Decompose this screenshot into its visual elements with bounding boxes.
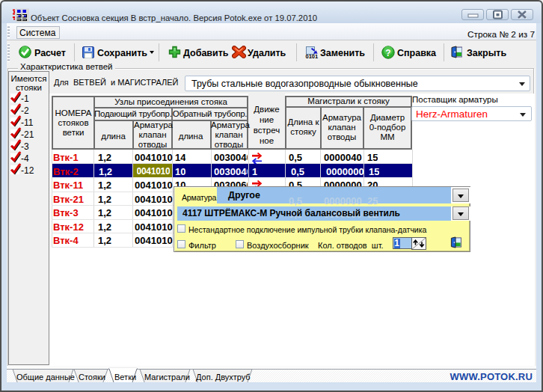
svg-text:?: ? bbox=[385, 48, 390, 58]
svg-text:Магистрали: Магистрали bbox=[144, 373, 190, 382]
svg-text:0101: 0101 bbox=[306, 53, 319, 59]
svg-text:Ветки: Ветки bbox=[114, 373, 136, 382]
svg-text:Доп. Двухтруб: Доп. Двухтруб bbox=[196, 373, 251, 382]
svg-text:Стояки: Стояки bbox=[79, 373, 105, 382]
svg-text:Общие данные: Общие данные bbox=[16, 373, 75, 382]
